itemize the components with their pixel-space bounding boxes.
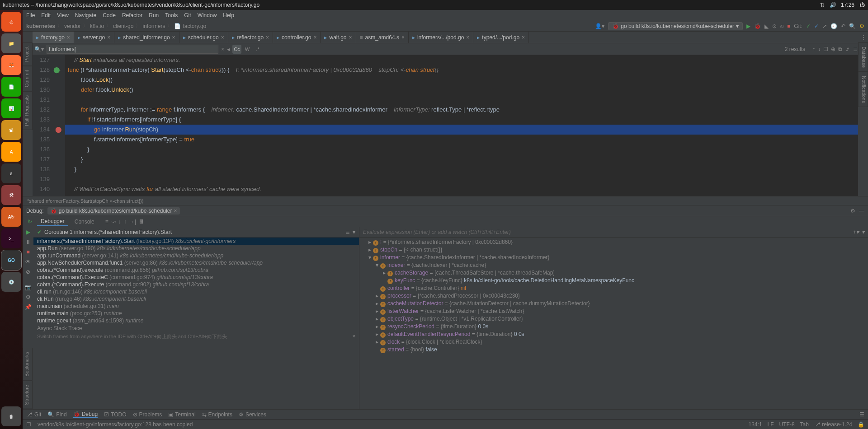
git-push-icon[interactable]: ↗ [822, 23, 827, 29]
variable-node[interactable]: fstarted = {bool} false [359, 346, 868, 354]
step-into-icon[interactable]: ↓ [118, 219, 121, 225]
menu-refactor[interactable]: Refactor [122, 12, 142, 19]
launcher-amazon[interactable]: a [1, 163, 21, 183]
launcher-writer[interactable]: 📄 [1, 77, 21, 97]
lock-icon[interactable]: 🔒 [858, 421, 864, 428]
menu-code[interactable]: Code [103, 12, 116, 19]
run-button[interactable]: ▶ [746, 23, 750, 29]
tool-git[interactable]: ⎇Git [26, 411, 41, 418]
step-over-icon[interactable]: ⤻ [111, 219, 116, 225]
stack-frame[interactable]: cli.Run (run.go:46) k8s.io/component-bas… [33, 295, 359, 303]
pause-icon[interactable]: ⏸ [24, 238, 32, 246]
attach-button[interactable]: ⎋ [780, 23, 783, 29]
editor[interactable]: Reader Mode✔ 127128129130131132133134135… [33, 55, 858, 196]
tab-server[interactable]: ▸server.go× [74, 32, 114, 43]
stack-frame[interactable]: app.NewSchedulerCommand.func1 (server.go… [33, 259, 359, 266]
tool-find[interactable]: 🔍Find [47, 411, 66, 418]
view-breakpoints-icon[interactable]: 👁 [24, 258, 32, 266]
tab-reflector[interactable]: ▸reflector.go× [228, 32, 273, 43]
launcher-impress[interactable]: 📽 [1, 120, 21, 140]
tool-commit[interactable]: Commit [23, 66, 33, 91]
launcher-updater[interactable]: A↻ [1, 207, 21, 227]
toggle-1-icon[interactable]: ⫽ [845, 46, 850, 52]
close-hint-icon[interactable]: × [353, 333, 355, 339]
run-to-cursor-icon[interactable]: →| [129, 219, 136, 225]
power-icon[interactable]: ⏻ [859, 2, 865, 8]
step-out-icon[interactable]: ↑ [124, 219, 127, 225]
launcher-calc[interactable]: 📊 [1, 98, 21, 118]
eval-input[interactable]: Evaluate expression (Enter) or add a wat… [363, 229, 511, 235]
indent[interactable]: Tab [800, 421, 809, 428]
run-config-selector[interactable]: 🐞 go build k8s.io/kubernetes/cmd/kube-sc… [608, 22, 743, 30]
menu-view[interactable]: View [57, 12, 69, 19]
add-run-config-icon[interactable]: 👤▾ [595, 23, 604, 29]
clear-search-icon[interactable]: × [221, 46, 224, 52]
variable-node[interactable]: ▸fcacheMutationDetector = {cache.Mutatio… [359, 300, 868, 308]
variable-node[interactable]: ▸fclock = {clock.Clock | *clock.RealCloc… [359, 338, 868, 346]
variable-node[interactable]: ▸flisterWatcher = {cache.ListerWatcher |… [359, 308, 868, 315]
debug-hide-icon[interactable]: — [859, 208, 864, 214]
search-input[interactable] [47, 45, 218, 54]
stack-frame[interactable]: cli.run (run.go:146) k8s.io/component-ba… [33, 288, 359, 295]
menu-navigate[interactable]: Navigate [75, 12, 96, 19]
event-log-icon[interactable]: ☰ [859, 411, 864, 418]
tool-debug[interactable]: 🐞Debug [73, 411, 98, 418]
launcher-files[interactable]: 📁 [1, 33, 21, 53]
variable-node[interactable]: ▸fcacheStorage = {cache.ThreadSafeStore … [359, 269, 868, 277]
tool-services[interactable]: ⚙Services [239, 411, 266, 418]
tool-terminal[interactable]: ▣Terminal [168, 411, 195, 418]
variable-node[interactable]: ▸fprocessor = {*cache.sharedProcessor | … [359, 292, 868, 300]
git-branch[interactable]: ⎇ release-1.24 [814, 421, 852, 428]
tab-console[interactable]: Console [71, 218, 98, 226]
add-selection-icon[interactable]: ⊕ [831, 46, 835, 52]
volume-icon[interactable]: 🔊 [830, 2, 836, 8]
launcher-ubuntu[interactable]: ◎ [1, 12, 21, 32]
search-everywhere-icon[interactable]: 🔍 [849, 23, 856, 29]
close-icon[interactable]: × [67, 34, 70, 41]
variable-node[interactable]: ▸fobjectType = {runtime.Object | *v1.Rep… [359, 315, 868, 323]
select-all-icon[interactable]: ☐ [823, 46, 828, 52]
variable-node[interactable]: ▸fresyncCheckPeriod = {time.Duration} 0 … [359, 323, 868, 331]
mute-breakpoints-icon[interactable]: ⊘ [24, 268, 32, 275]
more-tabs-icon[interactable]: ⋮ [859, 32, 868, 43]
tab-wait[interactable]: ▸wait.go× [321, 32, 356, 43]
dump-threads-icon[interactable]: 📷 [24, 284, 32, 291]
stack-frame[interactable]: cobra.(*Command).execute (command.go:856… [33, 266, 359, 274]
frames-list-icon[interactable]: ≣ [345, 229, 350, 235]
tool-structure[interactable]: Structure [23, 381, 33, 409]
tab-factory[interactable]: ▸factory.go× [33, 32, 74, 43]
tab-typed-pod[interactable]: ▸typed/.../pod.go× [473, 32, 529, 43]
pin-icon[interactable]: 📌 [24, 303, 32, 311]
stack-frame[interactable]: runtime.goexit (asm_amd64.s:1598) runtim… [33, 317, 359, 324]
eval-dropdown-icon[interactable]: ▾ [862, 229, 864, 235]
tab-controller[interactable]: ▸controller.go× [273, 32, 321, 43]
tool-problems[interactable]: ⊘Problems [133, 411, 162, 418]
tool-project[interactable]: Project [23, 42, 33, 66]
tab-debugger[interactable]: Debugger [37, 217, 68, 226]
stop-icon[interactable]: ■ [24, 248, 32, 256]
caret-position[interactable]: 134:1 [749, 421, 762, 428]
stack-frame[interactable]: app.runCommand (server.go:141) k8s.io/ku… [33, 252, 359, 259]
tab-scheduler[interactable]: ▸scheduler.go× [179, 32, 228, 43]
variable-node[interactable]: fkeyFunc = {cache.KeyFunc} k8s.io/client… [359, 277, 868, 284]
tab-asm[interactable]: ≡asm_amd64.s× [356, 32, 409, 43]
next-match-icon[interactable]: ↓ [818, 46, 821, 52]
function-breadcrumb[interactable]: *sharedInformerFactory.Start(stopCh <-ch… [23, 196, 868, 205]
git-update-icon[interactable]: ✓ [806, 23, 811, 29]
breadcrumb[interactable]: kubernetes〉 vendor〉 k8s.io〉 client-go〉 i… [26, 22, 206, 30]
line-ending[interactable]: LF [768, 421, 774, 428]
launcher-store[interactable]: A [1, 142, 21, 162]
launcher-trash[interactable]: 🗑 [1, 406, 21, 426]
toggle-2-icon[interactable]: ≣ [853, 46, 858, 52]
prev-match-icon[interactable]: ↑ [812, 46, 815, 52]
goroutine-selector[interactable]: Goroutine 1 informers.(*sharedInformerFa… [44, 229, 172, 235]
encoding[interactable]: UTF-8 [779, 421, 795, 428]
status-icon[interactable]: ☐ [26, 421, 31, 428]
clock[interactable]: 17:26 [841, 2, 854, 8]
git-commit-icon[interactable]: ✓ [814, 23, 819, 29]
tool-pull-requests[interactable]: Pull Requests [23, 91, 33, 130]
network-icon[interactable]: ⇅ [819, 2, 826, 8]
variable-node[interactable]: ▾findexer = {cache.Indexer | *cache.cach… [359, 261, 868, 269]
frames-dropdown-icon[interactable]: ▾ [353, 229, 355, 235]
menu-file[interactable]: File [26, 12, 35, 19]
